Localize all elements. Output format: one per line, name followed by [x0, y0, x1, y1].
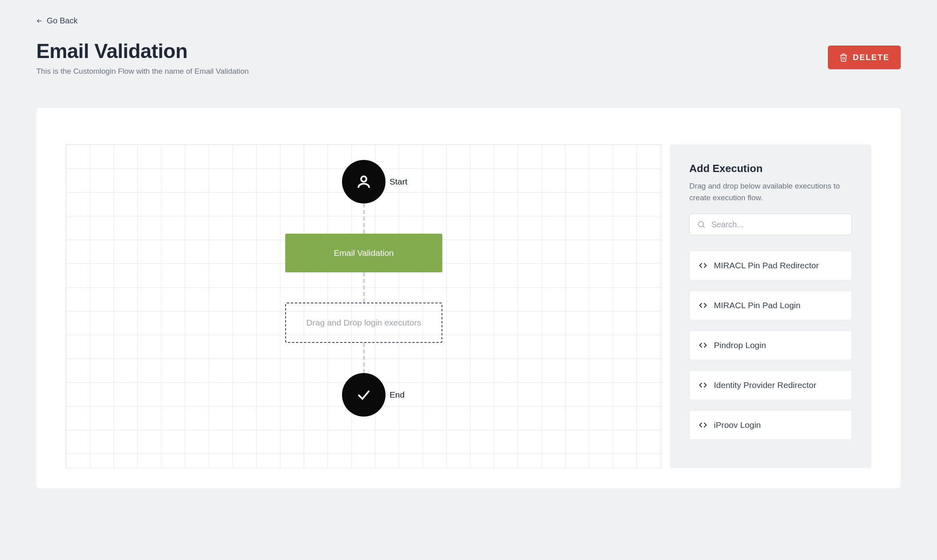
code-icon: [699, 421, 707, 429]
page-title: Email Validation: [36, 39, 249, 63]
code-icon: [699, 301, 707, 310]
execution-item-label: MIRACL Pin Pad Redirector: [714, 261, 819, 270]
flow-end-label: End: [390, 390, 404, 400]
flow-end-node[interactable]: [342, 373, 386, 417]
flow-start-node[interactable]: [342, 160, 386, 203]
execution-item[interactable]: Pindrop Login: [689, 330, 852, 360]
execution-item-label: Identity Provider Redirector: [714, 380, 816, 390]
go-back-link[interactable]: Go Back: [36, 16, 78, 25]
delete-button-label: DELETE: [853, 53, 889, 62]
check-icon: [356, 387, 372, 403]
execution-item-label: MIRACL Pin Pad Login: [714, 301, 800, 310]
flow-connector: [363, 203, 365, 234]
execution-item[interactable]: MIRACL Pin Pad Login: [689, 290, 852, 320]
code-icon: [699, 341, 707, 350]
trash-icon: [839, 53, 848, 62]
search-input[interactable]: [711, 220, 844, 229]
search-icon: [697, 220, 706, 229]
page-subtitle: This is the Customlogin Flow with the na…: [36, 67, 249, 76]
code-icon: [699, 261, 707, 270]
execution-item[interactable]: MIRACL Pin Pad Redirector: [689, 251, 852, 280]
svg-point-1: [361, 176, 366, 182]
svg-line-3: [703, 226, 705, 228]
flow-drop-hint: Drag and Drop login executors: [307, 318, 421, 327]
flow-drop-zone[interactable]: Drag and Drop login executors: [285, 303, 442, 343]
flow-canvas[interactable]: Start Email Validation Drag and Drop log…: [66, 144, 662, 468]
execution-item[interactable]: iProov Login: [689, 410, 852, 440]
user-icon: [356, 174, 372, 190]
sidebar-description: Drag and drop below available executions…: [689, 180, 852, 203]
sidebar-title: Add Execution: [689, 162, 852, 175]
flow-execution-label: Email Validation: [334, 248, 394, 257]
flow-connector: [363, 343, 365, 373]
flow-connector: [363, 272, 365, 303]
flow-execution-block[interactable]: Email Validation: [285, 234, 442, 272]
arrow-left-icon: [36, 18, 43, 24]
delete-button[interactable]: DELETE: [828, 46, 901, 69]
svg-point-2: [699, 222, 704, 227]
code-icon: [699, 381, 707, 390]
search-field-wrapper[interactable]: [689, 214, 852, 235]
execution-item[interactable]: Identity Provider Redirector: [689, 370, 852, 400]
go-back-label: Go Back: [47, 16, 78, 25]
execution-item-label: Pindrop Login: [714, 340, 766, 350]
flow-start-label: Start: [390, 177, 407, 187]
add-execution-panel: Add Execution Drag and drop below availa…: [670, 144, 871, 468]
execution-item-label: iProov Login: [714, 420, 761, 430]
